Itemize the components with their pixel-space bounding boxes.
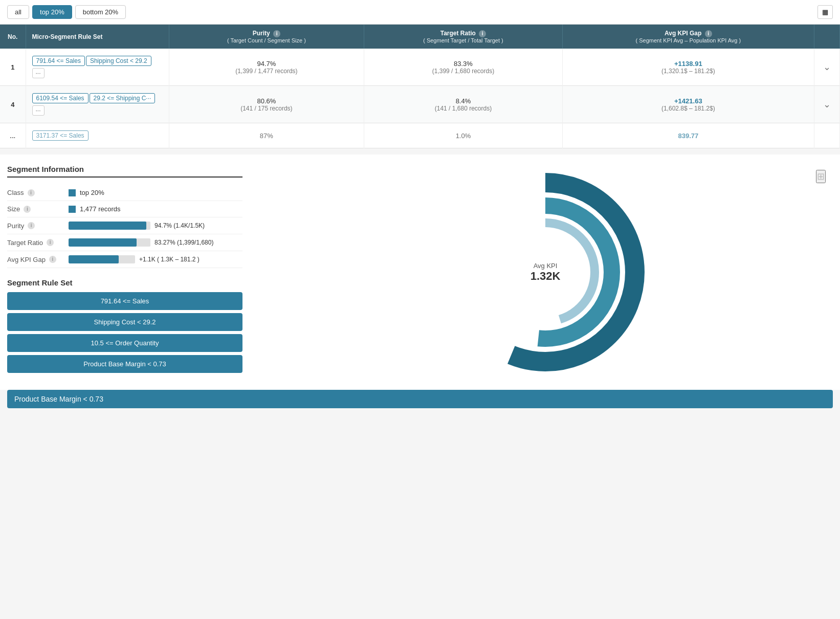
purity-info-icon[interactable]: i — [273, 30, 280, 37]
row-purity: 94.7%(1,399 / 1,477 records) — [169, 49, 364, 86]
row-no: 4 — [0, 86, 26, 123]
size-swatch — [69, 206, 76, 213]
row-avg-kpi-gap: +1138.91(1,320.1$ – 181.2$) — [562, 49, 814, 86]
target-ratio-bar-bg — [69, 238, 150, 247]
purity-bar-container: 94.7% (1.4K/1.5K) — [69, 222, 205, 230]
col-target-ratio: Target Ratio i ( Segment Target / Total … — [364, 25, 562, 49]
row-avg-kpi-gap: +1421.63(1,602.8$ – 181.2$) — [562, 86, 814, 123]
donut-chart: Avg KPI 1.32K — [438, 165, 653, 380]
grid-view-button[interactable]: ▦ — [817, 5, 833, 19]
class-swatch — [69, 189, 76, 196]
purity-bar-bg — [69, 222, 150, 230]
target-ratio-label-left: Target Ratio i — [7, 239, 69, 247]
row-rules: 6109.54 <= Sales29.2 <= Shipping C······ — [26, 86, 169, 123]
purity-bar-fill — [69, 222, 146, 230]
class-row: Class i top 20% — [7, 185, 242, 201]
purity-row-info-icon[interactable]: i — [28, 222, 35, 229]
avg-kpi-info-icon[interactable]: i — [705, 30, 712, 37]
avg-kpi-gap-bar-container: +1.1K ( 1.3K – 181.2 ) — [69, 255, 200, 263]
left-panel: Segment Information Class i top 20% Size… — [7, 165, 242, 380]
row-no: ... — [0, 123, 26, 148]
row-avg-kpi-gap: 839.77 — [562, 123, 814, 148]
more-rules-tag[interactable]: ··· — [32, 68, 45, 78]
share-icon-button[interactable]: ⊞ — [816, 170, 826, 183]
segment-rule-pill[interactable]: Product Base Margin < 0.73 — [7, 355, 242, 373]
row-expand: ⌄ — [814, 86, 840, 123]
segment-info-title: Segment Information — [7, 165, 242, 178]
class-value: top 20% — [69, 189, 104, 196]
segment-rule-pill[interactable]: Shipping Cost < 29.2 — [7, 313, 242, 331]
purity-label-left: Purity i — [7, 222, 69, 230]
grid-icon: ▦ — [822, 8, 828, 16]
rule-pills-container: 791.64 <= SalesShipping Cost < 29.210.5 … — [7, 292, 242, 373]
target-ratio-row: Target Ratio i 83.27% (1,399/1,680) — [7, 234, 242, 251]
avg-kpi-gap-bar-bg — [69, 255, 135, 263]
donut-center-circle — [500, 227, 590, 317]
right-panel: ⊞ Avg KPI 1.32K — [258, 165, 833, 380]
avg-kpi-gap-bar-fill — [69, 255, 119, 263]
row-target-ratio: 8.4%(141 / 1,680 records) — [364, 86, 562, 123]
target-ratio-row-info-icon[interactable]: i — [47, 239, 54, 246]
row-purity: 80.6%(141 / 175 records) — [169, 86, 364, 123]
col-no: No. — [0, 25, 26, 49]
expand-row-button[interactable]: ⌄ — [823, 99, 831, 110]
col-expand — [814, 25, 840, 49]
col-avg-kpi-gap: Avg KPI Gap i ( Segment KPI Avg – Popula… — [562, 25, 814, 49]
purity-row: Purity i 94.7% (1.4K/1.5K) — [7, 217, 242, 234]
filter-top-button[interactable]: top 20% — [32, 5, 72, 19]
donut-svg — [438, 165, 653, 380]
avg-kpi-sub: ( Segment KPI Avg – Population KPI Avg ) — [569, 37, 808, 43]
row-target-ratio: 1.0% — [364, 123, 562, 148]
avg-kpi-gap-row: Avg KPI Gap i +1.1K ( 1.3K – 181.2 ) — [7, 251, 242, 268]
target-ratio-sub: ( Segment Target / Total Target ) — [370, 37, 556, 43]
rule-tag[interactable]: 29.2 <= Shipping C··· — [90, 93, 156, 103]
filter-bottom-button[interactable]: bottom 20% — [75, 5, 126, 19]
size-value: 1,477 records — [69, 205, 121, 213]
row-purity: 87% — [169, 123, 364, 148]
avg-kpi-gap-label-left: Avg KPI Gap i — [7, 256, 69, 263]
size-info-icon[interactable]: i — [24, 206, 31, 213]
target-ratio-bar-container: 83.27% (1,399/1,680) — [69, 238, 213, 247]
filter-bar: all top 20% bottom 20% ▦ — [0, 0, 840, 25]
class-info-icon[interactable]: i — [28, 189, 35, 196]
filter-all-button[interactable]: all — [7, 5, 29, 19]
segment-rule-pill[interactable]: 10.5 <= Order Quantity — [7, 334, 242, 352]
lower-section: Segment Information Class i top 20% Size… — [0, 154, 840, 390]
row-expand: ⌄ — [814, 49, 840, 86]
segment-rule-title: Segment Rule Set — [7, 278, 242, 287]
segments-table-wrapper: No. Micro-Segment Rule Set Purity i ( Ta… — [0, 25, 840, 148]
col-ruleset: Micro-Segment Rule Set — [26, 25, 169, 49]
size-label: Size i — [7, 205, 69, 213]
segment-rule-pill[interactable]: 791.64 <= Sales — [7, 292, 242, 310]
rule-tag[interactable]: 3171.37 <= Sales — [32, 130, 89, 141]
row-target-ratio: 83.3%(1,399 / 1,680 records) — [364, 49, 562, 86]
row-no: 1 — [0, 49, 26, 86]
row-rules: 3171.37 <= Sales — [26, 123, 169, 148]
bottom-rule-highlight: Product Base Margin < 0.73 — [7, 390, 833, 408]
segments-table: No. Micro-Segment Rule Set Purity i ( Ta… — [0, 25, 840, 148]
avg-kpi-gap-row-info-icon[interactable]: i — [49, 256, 56, 263]
rule-tag[interactable]: 791.64 <= Sales — [32, 56, 85, 66]
rule-tag[interactable]: Shipping Cost < 29.2 — [86, 56, 151, 66]
avg-kpi-gap-bar-label: +1.1K ( 1.3K – 181.2 ) — [139, 256, 200, 263]
purity-sub: ( Target Count / Segment Size ) — [175, 37, 358, 43]
row-expand — [814, 123, 840, 148]
target-ratio-bar-fill — [69, 238, 137, 247]
purity-bar-label: 94.7% (1.4K/1.5K) — [154, 222, 205, 229]
size-row: Size i 1,477 records — [7, 201, 242, 217]
row-rules: 791.64 <= SalesShipping Cost < 29.2··· — [26, 49, 169, 86]
expand-row-button[interactable]: ⌄ — [823, 61, 831, 73]
rule-tag[interactable]: 6109.54 <= Sales — [32, 93, 89, 103]
target-ratio-info-icon[interactable]: i — [479, 30, 486, 37]
target-ratio-bar-label: 83.27% (1,399/1,680) — [154, 239, 213, 246]
class-label: Class i — [7, 189, 69, 196]
more-rules-tag[interactable]: ··· — [32, 105, 45, 116]
col-purity: Purity i ( Target Count / Segment Size ) — [169, 25, 364, 49]
